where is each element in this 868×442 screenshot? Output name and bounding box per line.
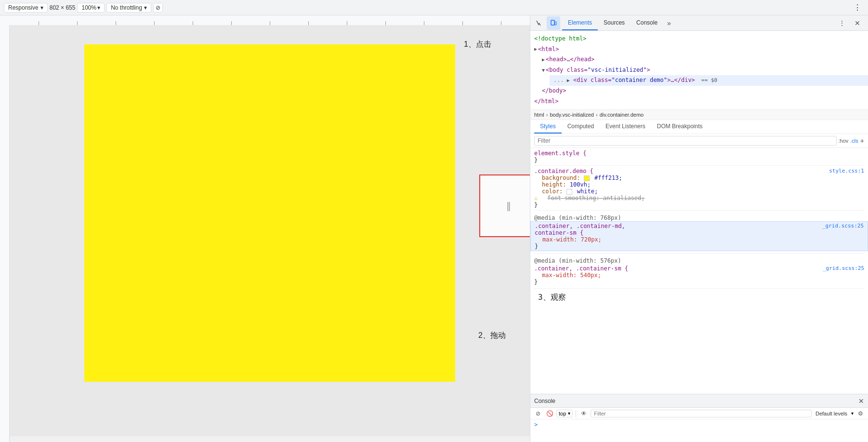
filter-input[interactable]	[534, 136, 837, 146]
drag-handle[interactable]: ||	[507, 201, 510, 212]
chevron-down-icon: ▾	[40, 4, 43, 11]
css-source-style[interactable]: style.css:1	[829, 168, 864, 174]
css-media-highlight-block: _grid.scss:25 .container, .container-md,…	[530, 221, 868, 251]
styles-tab-styles[interactable]: Styles	[534, 120, 562, 134]
css-value-color[interactable]: white;	[566, 188, 598, 195]
css-value-max-width-768[interactable]: 720px;	[580, 236, 601, 243]
demo-box: ||	[84, 44, 455, 382]
css-prop-max-width-768[interactable]: max-width:	[542, 236, 577, 243]
css-selector-container-demo[interactable]: .container.demo {	[534, 168, 593, 174]
css-value-height[interactable]: 100vh;	[570, 181, 591, 188]
more-options-button[interactable]: ⋮	[851, 2, 864, 13]
device-toggle-button[interactable]	[547, 16, 560, 30]
annotation-step3: 3、观察	[530, 289, 868, 307]
css-source-grid-768[interactable]: _grid.scss:25	[822, 223, 864, 229]
console-header: Console ✕	[530, 394, 868, 408]
css-media-query-576: @media (min-width: 576px)	[534, 257, 864, 264]
breadcrumb-div[interactable]: div.container.demo	[600, 112, 644, 118]
more-devtools-options[interactable]: ⋮	[835, 16, 849, 30]
dom-html-close: </html>	[534, 96, 864, 107]
zoom-selector[interactable]: 100% ▾	[77, 3, 105, 13]
dom-head[interactable]: ▶ <head>…</head>	[542, 54, 864, 65]
annotation-step2: 2、拖动	[478, 331, 506, 341]
responsive-label: Responsive	[8, 4, 39, 11]
styles-panel: element.style { } style.css:1 .container…	[530, 148, 868, 394]
console-level-selector[interactable]: Default levels	[814, 411, 849, 416]
css-prop-background[interactable]: background:	[542, 174, 584, 181]
css-value-max-width-576[interactable]: 540px;	[580, 272, 601, 279]
breadcrumb-bar: html › body.vsc-initialized › div.contai…	[530, 110, 868, 120]
tab-sources[interactable]: Sources	[598, 15, 631, 30]
console-panel: Console ✕ ⊘ 🚫 top ▾ 👁 Default levels ▾ ⚙…	[530, 394, 868, 442]
css-rule-container-demo: style.css:1 .container.demo { background…	[534, 166, 864, 211]
viewport-content: || 1、点击 2、拖动	[10, 25, 530, 442]
console-prompt: >	[534, 421, 538, 428]
console-close-button[interactable]: ✕	[858, 397, 864, 405]
console-eye-button[interactable]: 👁	[579, 409, 589, 418]
viewport-dimensions: 802 × 655	[50, 4, 76, 11]
warning-icon: ⚠	[534, 195, 538, 201]
css-rules-container: element.style { } style.css:1 .container…	[530, 148, 868, 289]
css-prop-font-smoothing[interactable]: font-smoothing: antialiased;	[547, 195, 644, 201]
horizontal-scrollbar[interactable]	[10, 436, 530, 442]
css-media-query-768: @media (min-width: 768px)	[534, 214, 864, 221]
console-filter-input[interactable]	[591, 410, 812, 417]
annotation-step1: 1、点击	[464, 40, 491, 50]
devtools-header: Elements Sources Console » ⋮ ✕	[530, 15, 868, 31]
inspect-button[interactable]	[532, 16, 546, 30]
console-top-label: top	[559, 411, 566, 416]
vertical-ruler	[0, 25, 10, 442]
console-content: >	[530, 419, 868, 430]
css-prop-height[interactable]: height:	[542, 181, 566, 188]
main-layout: || 1、点击 2、拖动	[0, 15, 868, 442]
dom-body[interactable]: ▼ <body class="vsc-initialized">	[542, 65, 864, 76]
css-prop-color[interactable]: color:	[542, 188, 563, 195]
filter-bar: :hov .cls +	[530, 134, 868, 148]
breadcrumb-body[interactable]: body.vsc-initialized	[550, 112, 594, 118]
css-selector-container-md[interactable]: .container, .container-md,	[535, 223, 625, 229]
drag-overlay[interactable]: ||	[479, 174, 530, 237]
console-context-selector[interactable]: top ▾	[556, 410, 573, 417]
chevron-down-icon: ▾	[144, 4, 147, 11]
add-style-button[interactable]: +	[860, 137, 864, 145]
css-selector-container-sm[interactable]: container-sm {	[535, 229, 583, 236]
class-filter-button[interactable]: .cls	[850, 138, 858, 144]
css-value-background[interactable]: #fff213;	[584, 174, 622, 181]
console-clear-button[interactable]: ⊘	[533, 409, 543, 418]
css-prop-max-width-576[interactable]: max-width:	[542, 272, 577, 279]
console-stop-button[interactable]: 🚫	[545, 409, 554, 418]
horizontal-ruler	[0, 15, 530, 25]
devtools-tab-bar: Elements Sources Console »	[562, 15, 831, 30]
dom-html-open[interactable]: ▶ <html>	[534, 44, 864, 55]
tab-console[interactable]: Console	[631, 15, 663, 30]
viewport-area: || 1、点击 2、拖动	[0, 15, 530, 442]
tab-elements[interactable]: Elements	[562, 15, 598, 30]
chevron-down-icon: ▾	[97, 4, 100, 11]
styles-tab-computed[interactable]: Computed	[562, 120, 600, 134]
device-toolbar: Responsive ▾ 802 × 655 100% ▾ No throttl…	[0, 0, 868, 15]
throttle-selector[interactable]: No throttling ▾	[106, 3, 151, 13]
svg-rect-1	[555, 22, 556, 25]
close-devtools-button[interactable]: ✕	[851, 16, 864, 30]
dom-div-selected[interactable]: ... ▶ <div class="container demo">…</div…	[550, 75, 868, 86]
svg-rect-0	[551, 20, 554, 25]
styles-tab-bar: Styles Computed Event Listeners DOM Brea…	[530, 120, 868, 134]
css-rule-media-768: @media (min-width: 768px) _grid.scss:25 …	[534, 211, 864, 254]
console-settings-button[interactable]: ⚙	[855, 409, 865, 418]
chevron-down-icon: ▾	[568, 411, 570, 416]
css-source-grid-576[interactable]: _grid.scss:25	[823, 265, 864, 271]
css-selector-container-576[interactable]: .container, .container-sm {	[534, 265, 628, 272]
devtools-panel: Elements Sources Console » ⋮ ✕	[530, 15, 868, 442]
styles-tab-dom-breakpoints[interactable]: DOM Breakpoints	[651, 120, 709, 134]
pseudo-filter-button[interactable]: :hov	[839, 138, 849, 144]
dom-doctype: <!doctype html>	[534, 34, 864, 44]
css-rule-media-576: @media (min-width: 576px) _grid.scss:25 …	[534, 254, 864, 289]
screenshot-button[interactable]: ⊘	[153, 3, 163, 13]
css-selector-element-style[interactable]: element.style {	[534, 150, 586, 157]
breadcrumb-html[interactable]: html	[534, 112, 544, 118]
responsive-selector[interactable]: Responsive ▾	[4, 3, 48, 13]
more-tabs-button[interactable]: »	[663, 19, 675, 27]
console-toolbar: ⊘ 🚫 top ▾ 👁 Default levels ▾ ⚙	[530, 408, 868, 419]
styles-tab-event-listeners[interactable]: Event Listeners	[600, 120, 651, 134]
chevron-down-icon: ▾	[851, 411, 854, 416]
